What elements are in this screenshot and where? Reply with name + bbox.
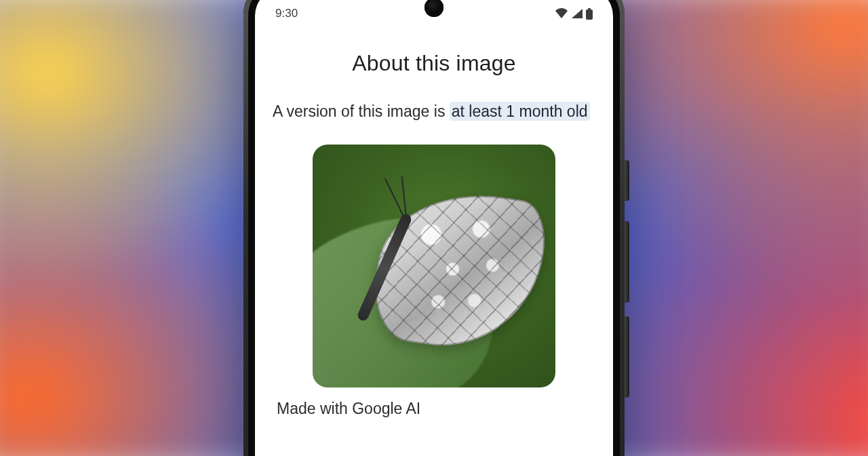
subject-image[interactable]	[313, 145, 555, 387]
image-age-highlight: at least 1 month old	[450, 102, 590, 121]
phone-volume-down-button	[625, 316, 629, 398]
status-time: 9:30	[275, 7, 298, 20]
page-title: About this image	[273, 51, 595, 76]
cell-signal-icon	[571, 8, 583, 19]
svg-rect-1	[588, 8, 591, 10]
phone-side-button	[625, 160, 629, 201]
image-age-prefix: A version of this image is	[273, 102, 450, 120]
status-icons	[555, 8, 593, 20]
svg-rect-0	[586, 10, 593, 20]
phone-mockup: 9:30 About this image A version of this …	[243, 0, 625, 456]
phone-volume-up-button	[625, 221, 629, 303]
phone-screen: 9:30 About this image A version of this …	[255, 0, 613, 456]
wifi-icon	[555, 8, 568, 19]
battery-icon	[586, 8, 593, 20]
image-age-summary: A version of this image is at least 1 mo…	[273, 100, 595, 123]
image-provenance-caption: Made with Google AI	[273, 400, 595, 418]
butterfly-wing	[368, 181, 551, 358]
about-image-panel: About this image A version of this image…	[255, 26, 613, 418]
